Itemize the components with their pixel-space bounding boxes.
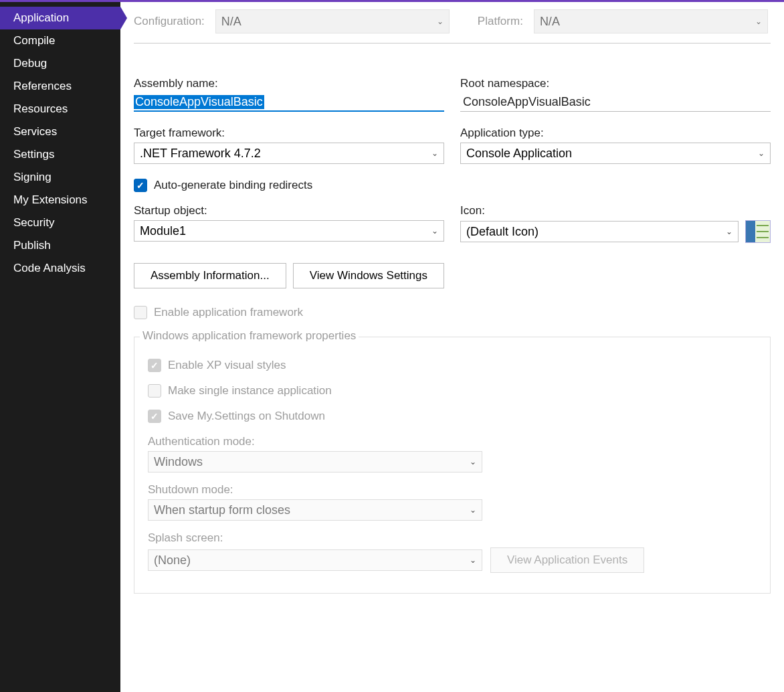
icon-dropdown[interactable]: (Default Icon) ⌄ — [460, 221, 739, 242]
config-row: Configuration: N/A ⌄ Platform: N/A ⌄ — [134, 9, 771, 44]
single-instance-checkbox — [148, 384, 161, 398]
target-framework-label: Target framework: — [134, 126, 444, 140]
shutdown-mode-value: When startup form closes — [154, 503, 290, 517]
save-mysettings-label: Save My.Settings on Shutdown — [168, 410, 325, 423]
view-application-events-button: View Application Events — [490, 547, 644, 573]
application-type-dropdown[interactable]: Console Application ⌄ — [460, 143, 771, 164]
auth-mode-value: Windows — [154, 455, 203, 469]
sidebar-item-resources[interactable]: Resources — [0, 98, 120, 120]
configuration-label: Configuration: — [134, 15, 205, 28]
assembly-name-label: Assembly name: — [134, 77, 444, 90]
top-accent-strip — [0, 0, 784, 2]
chevron-down-icon: ⌄ — [726, 227, 732, 236]
sidebar-item-services[interactable]: Services — [0, 120, 120, 143]
chevron-down-icon: ⌄ — [437, 17, 444, 26]
enable-app-framework-checkbox — [134, 306, 147, 319]
configuration-value: N/A — [221, 15, 241, 29]
chevron-down-icon: ⌄ — [470, 457, 476, 466]
target-framework-value: .NET Framework 4.7.2 — [140, 147, 261, 161]
splash-screen-label: Splash screen: — [148, 531, 758, 545]
assembly-information-button[interactable]: Assembly Information... — [134, 263, 286, 288]
enable-app-framework-label: Enable application framework — [154, 306, 303, 319]
sidebar-item-security[interactable]: Security — [0, 211, 120, 234]
application-type-label: Application type: — [460, 126, 771, 140]
target-framework-dropdown[interactable]: .NET Framework 4.7.2 ⌄ — [134, 143, 444, 164]
view-windows-settings-button[interactable]: View Windows Settings — [293, 263, 444, 288]
icon-label: Icon: — [460, 204, 771, 218]
startup-object-dropdown[interactable]: Module1 ⌄ — [134, 220, 444, 242]
framework-legend: Windows application framework properties — [140, 329, 359, 343]
assembly-name-value: ConsoleAppVisualBasic — [134, 95, 264, 109]
application-type-value: Console Application — [466, 147, 572, 161]
splash-screen-dropdown: (None) ⌄ — [148, 549, 482, 571]
icon-preview — [745, 220, 771, 243]
sidebar: Application Compile Debug References Res… — [0, 0, 120, 692]
sidebar-item-debug[interactable]: Debug — [0, 52, 120, 75]
root-namespace-label: Root namespace: — [460, 77, 771, 90]
platform-label: Platform: — [478, 15, 523, 28]
xp-styles-label: Enable XP visual styles — [168, 359, 286, 372]
sidebar-item-my-extensions[interactable]: My Extensions — [0, 189, 120, 211]
icon-value: (Default Icon) — [466, 225, 538, 239]
main-panel: Configuration: N/A ⌄ Platform: N/A ⌄ Ass… — [120, 0, 784, 692]
chevron-down-icon: ⌄ — [431, 149, 438, 158]
sidebar-item-settings[interactable]: Settings — [0, 143, 120, 166]
sidebar-item-references[interactable]: References — [0, 75, 120, 98]
auth-mode-dropdown: Windows ⌄ — [148, 451, 482, 472]
single-instance-label: Make single instance application — [168, 384, 332, 398]
auth-mode-label: Authentication mode: — [148, 435, 758, 448]
assembly-name-input[interactable]: ConsoleAppVisualBasic — [134, 93, 444, 112]
sidebar-item-code-analysis[interactable]: Code Analysis — [0, 257, 120, 280]
framework-properties-fieldset: Windows application framework properties… — [134, 337, 771, 594]
sidebar-item-application[interactable]: Application — [0, 7, 120, 29]
save-mysettings-checkbox — [148, 410, 161, 423]
splash-screen-value: (None) — [154, 553, 191, 568]
chevron-down-icon: ⌄ — [470, 555, 476, 565]
startup-object-label: Startup object: — [134, 204, 444, 218]
platform-dropdown[interactable]: N/A ⌄ — [534, 9, 768, 33]
chevron-down-icon: ⌄ — [755, 17, 762, 26]
auto-generate-checkbox[interactable] — [134, 179, 147, 192]
root-namespace-input[interactable] — [460, 93, 771, 112]
chevron-down-icon: ⌄ — [470, 505, 476, 515]
chevron-down-icon: ⌄ — [431, 226, 438, 236]
shutdown-mode-label: Shutdown mode: — [148, 483, 758, 497]
sidebar-item-signing[interactable]: Signing — [0, 166, 120, 189]
startup-object-value: Module1 — [140, 224, 186, 238]
sidebar-item-publish[interactable]: Publish — [0, 234, 120, 257]
xp-styles-checkbox — [148, 359, 161, 372]
chevron-down-icon: ⌄ — [758, 149, 765, 158]
platform-value: N/A — [540, 15, 560, 29]
auto-generate-label: Auto-generate binding redirects — [154, 179, 312, 192]
shutdown-mode-dropdown: When startup form closes ⌄ — [148, 499, 482, 521]
configuration-dropdown[interactable]: N/A ⌄ — [215, 9, 450, 33]
sidebar-item-compile[interactable]: Compile — [0, 29, 120, 52]
